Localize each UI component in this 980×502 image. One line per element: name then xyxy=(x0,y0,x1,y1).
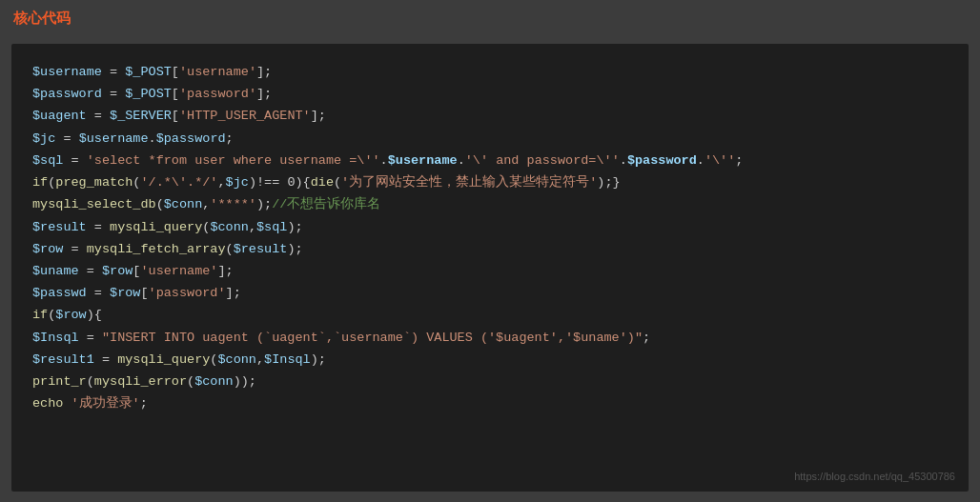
watermark: https://blog.csdn.net/qq_45300786 xyxy=(794,471,955,482)
page-title: 核心代码 xyxy=(13,10,71,28)
page-header: 核心代码 xyxy=(0,0,980,36)
code-block: $username = $_POST['username']; $passwor… xyxy=(32,61,948,415)
code-container: $username = $_POST['username']; $passwor… xyxy=(11,44,969,492)
